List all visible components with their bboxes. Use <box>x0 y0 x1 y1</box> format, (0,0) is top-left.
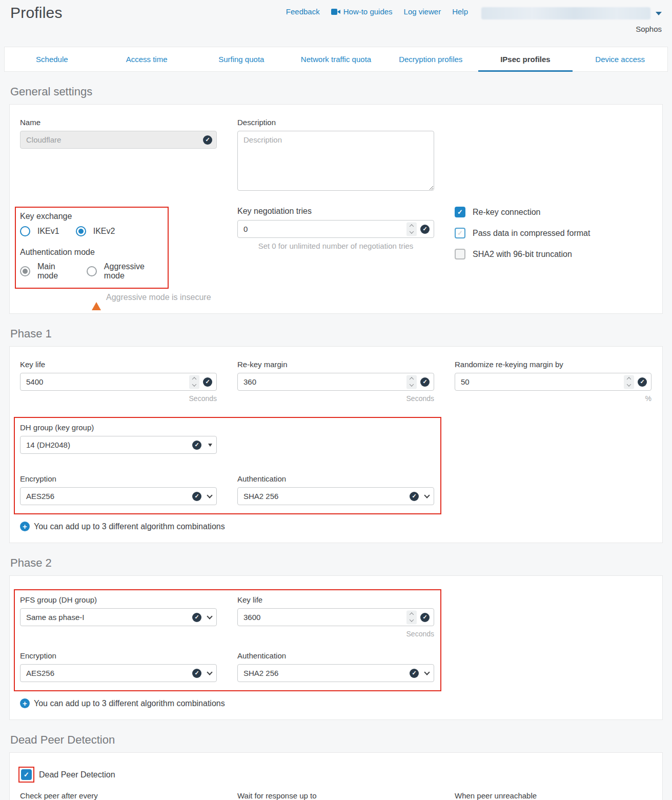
description-textarea[interactable] <box>237 131 434 191</box>
tab-network-traffic-quota[interactable]: Network traffic quota <box>289 47 383 71</box>
compressed-format-label: Pass data in compressed format <box>473 229 590 238</box>
ikev1-radio[interactable] <box>20 226 30 236</box>
p2-encryption-field-group: Encryption AES256 ✓ <box>20 651 217 682</box>
p2-encryption-value: AES256 <box>26 669 54 677</box>
sha2-truncation-checkbox[interactable] <box>455 249 465 259</box>
p2-add-combination[interactable]: + You can add up to 3 different algorith… <box>20 698 652 708</box>
key-negotiation-label: Key negotiation tries <box>237 207 434 216</box>
number-stepper-icon[interactable] <box>406 222 417 236</box>
account-selector[interactable] <box>481 7 662 19</box>
description-field-group: Description <box>237 118 434 192</box>
phase1-card: Key life ✓ Seconds Re-key margin ✓ Secon… <box>9 346 663 543</box>
p1-randomize-input[interactable] <box>455 373 651 391</box>
log-viewer-link[interactable]: Log viewer <box>404 7 441 16</box>
main-mode-radio[interactable] <box>20 266 30 276</box>
tab-ipsec-profiles[interactable]: IPsec profiles <box>478 47 573 71</box>
feedback-link[interactable]: Feedback <box>286 7 320 16</box>
p1-rekey-margin-input[interactable] <box>237 373 434 391</box>
dpd-heading: Dead Peer Detection <box>10 733 662 747</box>
p1-rekey-margin-unit: Seconds <box>237 394 434 403</box>
p2-pfs-value: Same as phase-I <box>26 613 84 622</box>
p1-rekey-margin-label: Re-key margin <box>237 360 434 369</box>
tab-schedule[interactable]: Schedule <box>5 47 99 71</box>
main-mode-label: Main mode <box>37 262 74 281</box>
feedback-label: Feedback <box>286 7 320 16</box>
number-stepper-icon[interactable] <box>189 375 199 389</box>
p1-dh-group-select[interactable]: 14 (DH2048) <box>20 436 217 454</box>
options-checkbox-group: ✓ Re-key connection ✓ Pass data in compr… <box>455 207 651 302</box>
phase2-heading: Phase 2 <box>10 556 662 570</box>
aggressive-mode-label: Aggressive mode <box>104 262 161 281</box>
p1-dh-group-value: 14 (DH2048) <box>26 441 70 449</box>
p1-authentication-select[interactable]: SHA2 256 <box>237 487 434 505</box>
check-circle-icon: ✓ <box>638 377 647 387</box>
p2-authentication-label: Authentication <box>237 651 434 660</box>
name-input[interactable] <box>20 131 217 149</box>
profile-tabs: Schedule Access time Surfing quota Netwo… <box>4 47 668 72</box>
check-circle-icon: ✓ <box>203 377 212 387</box>
p1-rekey-margin-field-group: Re-key margin ✓ Seconds <box>237 360 434 403</box>
dpd-wait-field-group: Wait for response up to ✓ Seconds <box>237 791 434 800</box>
rekey-connection-checkbox[interactable]: ✓ <box>455 207 465 217</box>
header-links: Feedback How-to guides Log viewer Help <box>286 7 468 16</box>
check-circle-icon: ✓ <box>420 613 430 622</box>
check-circle-icon: ✓ <box>420 377 430 387</box>
tab-decryption-profiles[interactable]: Decryption profiles <box>383 47 478 71</box>
check-circle-icon: ✓ <box>410 669 419 678</box>
howto-guides-link[interactable]: How-to guides <box>331 7 393 16</box>
warning-triangle-icon: ! <box>92 293 101 302</box>
phase2-card: PFS group (DH group) Same as phase-I ✓ K… <box>9 575 663 720</box>
p2-encryption-label: Encryption <box>20 651 217 660</box>
caret-down-icon <box>656 12 662 15</box>
tab-access-time[interactable]: Access time <box>99 47 194 71</box>
number-stepper-icon[interactable] <box>406 375 417 389</box>
rekey-connection-label: Re-key connection <box>473 208 541 217</box>
p2-pfs-select[interactable]: Same as phase-I <box>20 608 217 626</box>
p1-dh-group-label: DH group (key group) <box>20 423 217 432</box>
p1-dh-group-field-group: DH group (key group) 14 (DH2048) ✓ <box>20 423 217 454</box>
aggressive-mode-radio[interactable] <box>87 266 97 276</box>
log-viewer-label: Log viewer <box>404 7 441 16</box>
p2-pfs-field-group: PFS group (DH group) Same as phase-I ✓ <box>20 595 217 638</box>
p2-pfs-label: PFS group (DH group) <box>20 595 217 604</box>
p2-encryption-select[interactable]: AES256 <box>20 664 217 682</box>
name-field-group: Name ✓ <box>20 118 217 192</box>
p1-algorithms-annotation-box: DH group (key group) 14 (DH2048) ✓ Encry… <box>14 417 441 514</box>
check-circle-icon: ✓ <box>192 613 201 622</box>
p1-key-life-input[interactable] <box>20 373 217 391</box>
p1-encryption-value: AES256 <box>26 492 54 501</box>
key-negotiation-input[interactable] <box>237 220 434 238</box>
p1-encryption-select[interactable]: AES256 <box>20 487 217 505</box>
p2-authentication-field-group: Authentication SHA2 256 ✓ <box>237 651 434 682</box>
dpd-wait-label: Wait for response up to <box>237 791 434 800</box>
general-settings-card: Name ✓ Description Key exchange IKEv1 IK… <box>9 104 663 314</box>
help-link[interactable]: Help <box>452 7 468 16</box>
p1-randomize-unit: % <box>455 394 651 403</box>
tab-surfing-quota[interactable]: Surfing quota <box>194 47 289 71</box>
check-circle-icon: ✓ <box>410 492 419 501</box>
p2-key-life-input[interactable] <box>237 608 434 626</box>
p2-key-life-field-group: Key life ✓ Seconds <box>237 595 434 638</box>
dpd-unreachable-field-group: When peer unreachable Re-initiate ✓ <box>455 791 651 800</box>
ikev2-radio[interactable] <box>76 226 86 236</box>
p1-authentication-field-group: Authentication SHA2 256 ✓ <box>237 474 434 505</box>
number-stepper-icon[interactable] <box>406 610 417 624</box>
name-label: Name <box>20 118 217 127</box>
ikev1-label: IKEv1 <box>37 227 59 236</box>
p2-key-life-unit: Seconds <box>237 630 434 638</box>
tab-device-access[interactable]: Device access <box>573 47 667 71</box>
p1-add-combination[interactable]: + You can add up to 3 different algorith… <box>20 522 652 531</box>
p2-authentication-select[interactable]: SHA2 256 <box>237 664 434 682</box>
number-stepper-icon[interactable] <box>624 375 634 389</box>
p1-authentication-label: Authentication <box>237 474 434 483</box>
compressed-format-checkbox[interactable]: ✓ <box>455 228 465 238</box>
phase1-heading: Phase 1 <box>10 327 662 341</box>
howto-label: How-to guides <box>343 7 393 16</box>
dpd-enable-label: Dead Peer Detection <box>39 770 115 779</box>
general-settings-heading: General settings <box>10 85 662 98</box>
video-camera-icon <box>331 9 340 15</box>
p1-key-life-field-group: Key life ✓ Seconds <box>20 360 217 403</box>
dpd-enable-checkbox[interactable]: ✓ <box>21 769 32 780</box>
brand-label: Sophos <box>636 25 662 33</box>
p1-encryption-label: Encryption <box>20 474 217 483</box>
